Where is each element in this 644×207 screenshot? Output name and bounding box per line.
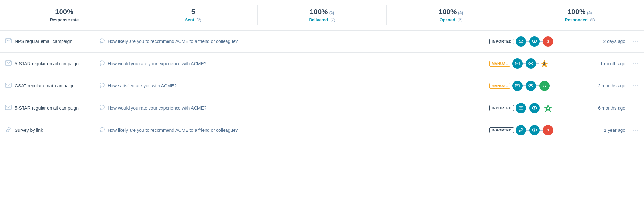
- svg-rect-10: [515, 84, 519, 87]
- svg-rect-9: [5, 83, 11, 87]
- eye-icon: [526, 59, 536, 69]
- responded-help-icon[interactable]: ?: [590, 18, 595, 22]
- campaign-question-col: How would you rate your experience with …: [99, 104, 485, 111]
- badge-manual: MANUAL: [489, 61, 510, 67]
- email-channel-icon: [516, 36, 526, 47]
- connector: [526, 41, 529, 42]
- chat-icon: [99, 127, 105, 133]
- connector: [523, 86, 526, 86]
- chat-icon: [99, 82, 105, 89]
- delivered-link[interactable]: Delivered: [309, 17, 328, 22]
- channel-icons: 4: [516, 103, 553, 113]
- table-row: NPS regular email campaign How likely ar…: [0, 31, 644, 53]
- question-text: How satisfied are you with ACME?: [108, 83, 177, 88]
- campaign-badges-col: IMPORTED: [489, 103, 580, 113]
- svg-point-3: [534, 40, 535, 42]
- email-icon: [5, 105, 12, 111]
- more-options-button[interactable]: ···: [629, 82, 639, 89]
- campaign-time: 1 month ago: [583, 61, 625, 66]
- badge-manual: MANUAL: [489, 83, 510, 89]
- response-rate-value: 100%: [5, 8, 123, 16]
- campaign-badges-col: IMPORTED 3: [489, 125, 580, 135]
- campaign-name: Survey by link: [15, 128, 43, 133]
- more-options-button[interactable]: ···: [629, 60, 639, 67]
- svg-rect-16: [5, 105, 11, 110]
- responded-link[interactable]: Responded: [565, 17, 588, 22]
- svg-point-13: [542, 83, 547, 89]
- opened-label: Opened ?: [392, 17, 510, 22]
- stat-opened: 100%(3) Opened ?: [387, 5, 515, 25]
- svg-rect-4: [5, 61, 11, 65]
- svg-rect-5: [515, 62, 519, 65]
- question-text: How would you rate your experience with …: [108, 61, 207, 66]
- badge-imported: IMPORTED: [489, 39, 514, 44]
- campaign-name-col: Survey by link: [5, 127, 95, 133]
- badge-imported: IMPORTED: [489, 105, 514, 111]
- svg-point-22: [534, 129, 535, 130]
- svg-point-7: [530, 63, 531, 64]
- connector: [526, 108, 529, 108]
- star-result-icon: 3: [539, 59, 550, 69]
- opened-link[interactable]: Opened: [439, 17, 455, 22]
- campaign-name-col: 5-STAR regular email campaign: [5, 60, 95, 67]
- chat-icon: [99, 104, 105, 111]
- campaign-badges-col: IMPORTED 3: [489, 36, 580, 47]
- question-text: How likely are you to recommend ACME to …: [108, 128, 238, 133]
- stat-response-rate: 100% Response rate: [0, 5, 129, 25]
- svg-point-14: [543, 85, 543, 85]
- campaign-time: 1 year ago: [583, 128, 625, 133]
- email-icon: [5, 38, 12, 45]
- email-channel-icon: [516, 103, 526, 113]
- result-number-icon: 3: [543, 125, 553, 135]
- stat-responded: 100%(3) Responded ?: [515, 5, 644, 25]
- svg-rect-0: [5, 39, 11, 43]
- sent-value: 5: [134, 8, 252, 16]
- connector: [523, 63, 526, 64]
- delivered-label: Delivered ?: [263, 17, 381, 22]
- campaign-name-col: 5-STAR regular email campaign: [5, 105, 95, 111]
- campaign-name: 5-STAR regular email campaign: [15, 105, 79, 111]
- svg-point-15: [545, 85, 545, 85]
- smiley-icon: [539, 81, 550, 91]
- campaign-question-col: How likely are you to recommend ACME to …: [99, 127, 485, 133]
- email-channel-icon: [512, 59, 523, 69]
- stat-sent: 5 Sent ?: [129, 5, 258, 25]
- connector: [536, 63, 539, 64]
- responded-value: 100%(3): [521, 8, 639, 16]
- more-options-button[interactable]: ···: [629, 104, 639, 111]
- channel-icons: 3: [516, 36, 553, 47]
- campaign-name-col: CSAT regular email campaign: [5, 83, 95, 89]
- opened-help-icon[interactable]: ?: [458, 18, 462, 22]
- eye-icon: [526, 81, 536, 91]
- more-options-button[interactable]: ···: [629, 127, 639, 133]
- svg-rect-17: [519, 106, 523, 109]
- chat-icon: [99, 60, 105, 67]
- svg-point-12: [530, 85, 531, 86]
- response-rate-label: Response rate: [5, 17, 123, 22]
- svg-rect-1: [519, 40, 523, 43]
- table-row: 5-STAR regular email campaign How would …: [0, 53, 644, 75]
- link-icon: [5, 127, 12, 133]
- email-channel-icon: [512, 81, 523, 91]
- campaign-badges-col: MANUAL: [489, 59, 580, 69]
- campaign-time: 2 months ago: [583, 83, 625, 88]
- campaign-question-col: How likely are you to recommend ACME to …: [99, 38, 485, 45]
- chat-icon: [99, 38, 105, 45]
- campaign-question-col: How satisfied are you with ACME?: [99, 82, 485, 89]
- sent-link[interactable]: Sent: [185, 17, 194, 22]
- campaign-name: NPS regular email campaign: [15, 39, 72, 44]
- connector: [540, 41, 543, 42]
- sent-help-icon[interactable]: ?: [197, 18, 201, 22]
- eye-icon: [529, 125, 540, 135]
- channel-icons: 3: [512, 59, 550, 69]
- connector: [526, 130, 529, 130]
- question-text: How likely are you to recommend ACME to …: [108, 39, 238, 44]
- table-row: Survey by link How likely are you to rec…: [0, 119, 644, 141]
- delivered-help-icon[interactable]: ?: [331, 18, 335, 22]
- campaign-badges-col: MANUAL: [489, 81, 580, 91]
- opened-value: 100%(3): [392, 8, 510, 16]
- more-options-button[interactable]: ···: [629, 38, 639, 45]
- campaign-name-col: NPS regular email campaign: [5, 38, 95, 45]
- badge-imported: IMPORTED: [489, 127, 514, 133]
- connector: [540, 108, 543, 108]
